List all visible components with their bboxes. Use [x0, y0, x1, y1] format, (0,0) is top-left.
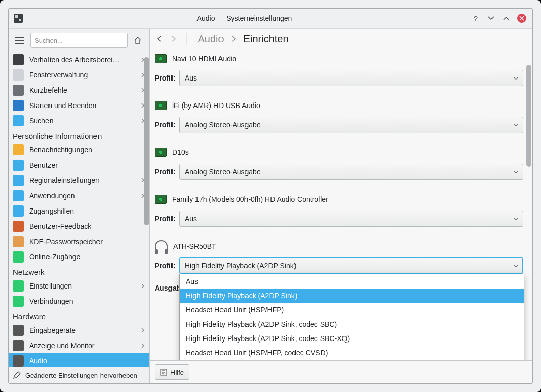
sidebar-item-hardware-1[interactable]: Anzeige und Monitor — [9, 338, 149, 353]
profile-select[interactable]: Analog Stereo-Ausgabe — [179, 117, 523, 133]
soundcard-icon — [155, 148, 167, 157]
sidebar-item-icon — [13, 144, 24, 155]
sidebar-item-label: Audio — [29, 357, 145, 365]
sidebar-item-label: Fensterverwaltung — [29, 71, 136, 79]
help-icon — [160, 369, 167, 376]
sidebar-item-hardware-2[interactable]: Audio — [9, 353, 149, 367]
sidebar-item-icon — [13, 296, 24, 307]
search-input[interactable]: Suchen... — [30, 33, 128, 48]
soundcard-icon — [155, 54, 167, 63]
nav-forward-button[interactable] — [170, 35, 177, 42]
content-scrollbar[interactable] — [525, 49, 532, 360]
profile-select-value: Analog Stereo-Ausgabe — [185, 121, 261, 129]
sidebar-item-top-1[interactable]: Fensterverwaltung — [9, 67, 149, 83]
sidebar-item-network-1[interactable]: Verbindungen — [9, 294, 149, 309]
device-name: Navi 10 HDMI Audio — [172, 55, 236, 63]
sidebar-item-personal-7[interactable]: Online-Zugänge — [9, 249, 149, 265]
sidebar-item-personal-6[interactable]: KDE-Passwortspeicher — [9, 234, 149, 249]
pencil-icon — [13, 371, 21, 379]
highlight-changes-toggle[interactable]: Geänderte Einstellungen hervorheben — [9, 367, 149, 383]
breadcrumb-current: Einrichten — [243, 33, 289, 45]
sidebar-item-personal-1[interactable]: Benutzer — [9, 158, 149, 173]
profile-select[interactable]: Analog Stereo-Ausgabe — [179, 164, 523, 180]
profile-select-value: Aus — [185, 74, 197, 82]
sidebar-item-network-0[interactable]: Einstellungen — [9, 278, 149, 294]
output-devices-label: Ausgab — [155, 284, 179, 292]
close-button[interactable] — [516, 13, 527, 24]
home-button[interactable] — [131, 33, 145, 47]
sidebar-item-personal-4[interactable]: Zugangshilfen — [9, 203, 149, 219]
profile-select[interactable]: Aus — [179, 70, 523, 86]
sidebar-item-label: Eingabegeräte — [29, 326, 136, 334]
sidebar-item-top-0[interactable]: Verhalten des Arbeitsberei… — [9, 52, 149, 67]
sidebar-item-top-2[interactable]: Kurzbefehle — [9, 83, 149, 98]
profile-label: Profil: — [155, 121, 175, 129]
help-button[interactable]: Hilfe — [155, 364, 189, 380]
sidebar-item-label: Anzeige und Monitor — [29, 342, 136, 350]
dropdown-option[interactable]: Headset Head Unit (HSP/HFP) — [180, 303, 524, 317]
profile-select[interactable]: Aus — [179, 211, 523, 227]
hamburger-menu[interactable] — [13, 33, 27, 47]
profile-label: Profil: — [155, 262, 175, 270]
device-header: iFi (by AMR) HD USB Audio — [155, 96, 523, 115]
sidebar-item-icon — [13, 236, 24, 247]
sidebar-item-personal-0[interactable]: Benachrichtigungen — [9, 142, 149, 158]
profile-dropdown[interactable]: AusHigh Fidelity Playback (A2DP Sink)Hea… — [179, 274, 524, 360]
dropdown-option[interactable]: Aus — [180, 274, 524, 289]
profile-select[interactable]: High Fidelity Playback (A2DP Sink) — [179, 257, 523, 274]
sidebar-item-icon — [13, 175, 24, 186]
sidebar-item-icon — [13, 54, 24, 65]
device-header: D10s — [155, 143, 523, 162]
sidebar-item-label: Regionaleinstellungen — [29, 176, 136, 185]
dropdown-option[interactable]: High Fidelity Playback (A2DP Sink, codec… — [180, 317, 524, 331]
sidebar-item-icon — [13, 340, 24, 351]
window-title: Audio — Systemeinstellungen — [23, 14, 466, 22]
minimize-button[interactable] — [485, 13, 497, 24]
sidebar-item-icon — [13, 85, 24, 96]
profile-label: Profil: — [155, 215, 175, 223]
sidebar-item-label: Anwendungen — [29, 192, 136, 200]
device-name: Family 17h (Models 00h-0fh) HD Audio Con… — [172, 195, 328, 203]
device-header: ATH-SR50BT — [155, 237, 523, 255]
chevron-down-icon — [513, 263, 519, 268]
sidebar-item-top-3[interactable]: Starten und Beenden — [9, 98, 149, 113]
sidebar-item-top-4[interactable]: Suchen — [9, 113, 149, 128]
sidebar-group-network: Netzwerk — [9, 265, 149, 278]
help-button-label: Hilfe — [170, 369, 184, 376]
sidebar-item-label: Starten und Beenden — [29, 101, 136, 110]
sidebar-item-personal-3[interactable]: Anwendungen — [9, 188, 149, 203]
device-name: D10s — [172, 148, 189, 156]
chevron-down-icon — [513, 169, 519, 174]
dropdown-option[interactable]: Headset Head Unit (HSP/HFP, codec mSBC) — [180, 360, 524, 360]
profile-label: Profil: — [155, 74, 175, 82]
sidebar-item-personal-5[interactable]: Benutzer-Feedback — [9, 219, 149, 234]
profile-select-value: Analog Stereo-Ausgabe — [185, 168, 261, 176]
sidebar-item-label: Einstellungen — [29, 282, 136, 290]
chevron-down-icon — [513, 216, 519, 221]
sidebar-item-icon — [13, 280, 24, 292]
dropdown-option[interactable]: High Fidelity Playback (A2DP Sink, codec… — [180, 331, 524, 346]
sidebar-item-label: Suchen — [29, 117, 136, 125]
search-placeholder: Suchen... — [35, 37, 63, 44]
sidebar-item-icon — [13, 325, 24, 336]
sidebar-item-personal-2[interactable]: Regionaleinstellungen — [9, 173, 149, 188]
help-titlebar-button[interactable]: ? — [470, 13, 481, 24]
dropdown-option[interactable]: Headset Head Unit (HSP/HFP, codec CVSD) — [180, 346, 524, 360]
titlebar: Audio — Systemeinstellungen ? — [9, 9, 532, 29]
maximize-button[interactable] — [501, 13, 512, 24]
sidebar-item-icon — [13, 205, 24, 217]
highlight-changes-label: Geänderte Einstellungen hervorheben — [25, 372, 137, 379]
sidebar-group-personal: Persönliche Informationen — [9, 128, 149, 142]
breadcrumb-root[interactable]: Audio — [198, 33, 224, 45]
sidebar-scrollbar[interactable] — [144, 52, 149, 367]
device-name: ATH-SR50BT — [173, 242, 216, 250]
device-name: iFi (by AMR) HD USB Audio — [172, 101, 260, 110]
sidebar-item-label: Benutzer-Feedback — [29, 222, 145, 230]
chevron-down-icon — [513, 122, 519, 127]
nav-back-button[interactable] — [156, 35, 163, 42]
sidebar-item-hardware-0[interactable]: Eingabegeräte — [9, 323, 149, 338]
sidebar-item-icon — [13, 355, 24, 367]
dropdown-option[interactable]: High Fidelity Playback (A2DP Sink) — [180, 289, 524, 303]
headphones-icon — [155, 240, 168, 252]
sidebar-item-label: Benutzer — [29, 161, 145, 169]
